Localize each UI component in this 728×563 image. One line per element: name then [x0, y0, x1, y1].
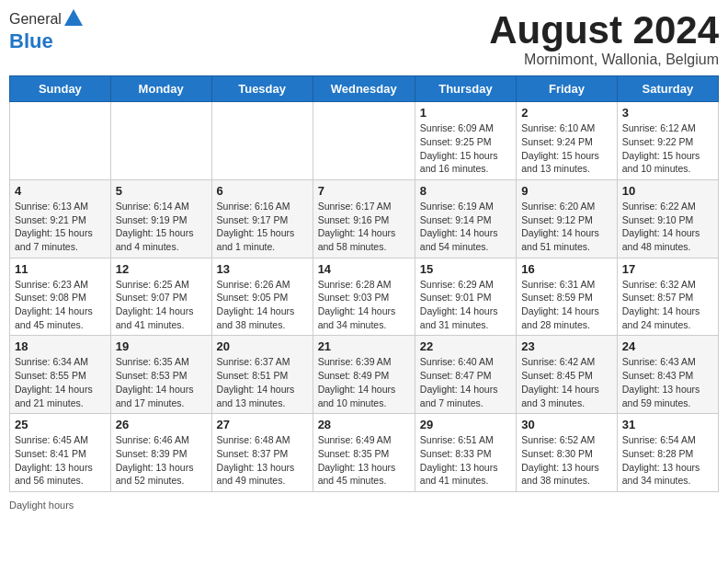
day-number: 15 — [420, 262, 511, 276]
day-number: 11 — [15, 262, 106, 276]
calendar-cell: 30Sunrise: 6:52 AMSunset: 8:30 PMDayligh… — [517, 414, 618, 492]
weekday-header-monday: Monday — [110, 76, 211, 102]
day-info: Sunrise: 6:29 AMSunset: 9:01 PMDaylight:… — [420, 278, 511, 332]
day-number: 3 — [622, 106, 713, 120]
day-number: 14 — [318, 262, 410, 276]
day-number: 2 — [521, 106, 612, 120]
daylight-label: Daylight hours — [9, 500, 74, 511]
day-info: Sunrise: 6:16 AMSunset: 9:17 PMDaylight:… — [217, 200, 308, 254]
day-number: 10 — [622, 184, 713, 198]
day-number: 26 — [116, 418, 207, 431]
calendar-cell: 17Sunrise: 6:32 AMSunset: 8:57 PMDayligh… — [617, 258, 718, 336]
logo: General Blue — [9, 9, 83, 53]
logo-blue-text: Blue — [9, 29, 53, 52]
calendar-cell: 5Sunrise: 6:14 AMSunset: 9:19 PMDaylight… — [110, 179, 211, 258]
day-number: 4 — [15, 184, 106, 198]
day-number: 13 — [217, 262, 308, 276]
calendar-cell: 10Sunrise: 6:22 AMSunset: 9:10 PMDayligh… — [617, 179, 718, 258]
day-info: Sunrise: 6:45 AMSunset: 8:41 PMDaylight:… — [15, 433, 106, 488]
calendar-cell: 1Sunrise: 6:09 AMSunset: 9:25 PMDaylight… — [415, 102, 516, 180]
calendar-cell: 11Sunrise: 6:23 AMSunset: 9:08 PMDayligh… — [10, 258, 111, 336]
location-subtitle: Mornimont, Wallonia, Belgium — [489, 52, 719, 68]
calendar-cell: 23Sunrise: 6:42 AMSunset: 8:45 PMDayligh… — [517, 336, 618, 414]
logo-general-text: General — [9, 11, 62, 28]
day-info: Sunrise: 6:49 AMSunset: 8:35 PMDaylight:… — [318, 433, 410, 488]
calendar-cell: 15Sunrise: 6:29 AMSunset: 9:01 PMDayligh… — [415, 258, 516, 336]
day-info: Sunrise: 6:52 AMSunset: 8:30 PMDaylight:… — [521, 433, 612, 488]
day-info: Sunrise: 6:23 AMSunset: 9:08 PMDaylight:… — [15, 278, 106, 332]
weekday-header-saturday: Saturday — [617, 76, 718, 102]
calendar-cell: 7Sunrise: 6:17 AMSunset: 9:16 PMDaylight… — [313, 179, 415, 258]
day-number: 19 — [116, 339, 207, 353]
day-number: 6 — [217, 184, 308, 198]
weekday-header-friday: Friday — [517, 76, 618, 102]
day-number: 12 — [116, 262, 207, 276]
day-number: 16 — [521, 262, 612, 276]
calendar-cell — [110, 102, 211, 180]
day-number: 17 — [622, 262, 713, 276]
calendar-cell: 22Sunrise: 6:40 AMSunset: 8:47 PMDayligh… — [415, 336, 516, 414]
calendar-cell: 9Sunrise: 6:20 AMSunset: 9:12 PMDaylight… — [517, 179, 618, 258]
day-number: 31 — [622, 418, 713, 431]
day-info: Sunrise: 6:17 AMSunset: 9:16 PMDaylight:… — [318, 200, 410, 254]
calendar-cell: 2Sunrise: 6:10 AMSunset: 9:24 PMDaylight… — [517, 102, 618, 180]
weekday-header-row: SundayMondayTuesdayWednesdayThursdayFrid… — [10, 76, 719, 102]
day-number: 21 — [318, 339, 410, 353]
day-number: 24 — [622, 339, 713, 353]
week-row-5: 25Sunrise: 6:45 AMSunset: 8:41 PMDayligh… — [10, 414, 719, 492]
day-info: Sunrise: 6:51 AMSunset: 8:33 PMDaylight:… — [420, 433, 511, 488]
day-number: 7 — [318, 184, 410, 198]
calendar-cell — [313, 102, 415, 180]
day-info: Sunrise: 6:10 AMSunset: 9:24 PMDaylight:… — [521, 121, 612, 176]
day-info: Sunrise: 6:14 AMSunset: 9:19 PMDaylight:… — [116, 200, 207, 254]
calendar-cell: 29Sunrise: 6:51 AMSunset: 8:33 PMDayligh… — [415, 414, 516, 492]
calendar-cell: 20Sunrise: 6:37 AMSunset: 8:51 PMDayligh… — [211, 336, 313, 414]
week-row-1: 1Sunrise: 6:09 AMSunset: 9:25 PMDaylight… — [10, 102, 719, 180]
day-info: Sunrise: 6:40 AMSunset: 8:47 PMDaylight:… — [420, 355, 511, 409]
day-info: Sunrise: 6:20 AMSunset: 9:12 PMDaylight:… — [521, 200, 612, 254]
calendar-cell: 26Sunrise: 6:46 AMSunset: 8:39 PMDayligh… — [110, 414, 211, 492]
calendar-cell: 13Sunrise: 6:26 AMSunset: 9:05 PMDayligh… — [211, 258, 313, 336]
weekday-header-thursday: Thursday — [415, 76, 516, 102]
day-number: 25 — [15, 418, 106, 431]
day-info: Sunrise: 6:13 AMSunset: 9:21 PMDaylight:… — [15, 200, 106, 254]
day-info: Sunrise: 6:28 AMSunset: 9:03 PMDaylight:… — [318, 278, 410, 332]
calendar-cell: 24Sunrise: 6:43 AMSunset: 8:43 PMDayligh… — [617, 336, 718, 414]
weekday-header-tuesday: Tuesday — [211, 76, 313, 102]
day-number: 27 — [217, 418, 308, 431]
day-number: 28 — [318, 418, 410, 431]
day-info: Sunrise: 6:43 AMSunset: 8:43 PMDaylight:… — [622, 355, 713, 409]
day-info: Sunrise: 6:25 AMSunset: 9:07 PMDaylight:… — [116, 278, 207, 332]
calendar-cell: 12Sunrise: 6:25 AMSunset: 9:07 PMDayligh… — [110, 258, 211, 336]
day-info: Sunrise: 6:34 AMSunset: 8:55 PMDaylight:… — [15, 355, 106, 409]
footer: Daylight hours — [9, 500, 719, 511]
day-info: Sunrise: 6:37 AMSunset: 8:51 PMDaylight:… — [217, 355, 308, 409]
day-info: Sunrise: 6:26 AMSunset: 9:05 PMDaylight:… — [217, 278, 308, 332]
day-number: 23 — [521, 339, 612, 353]
day-info: Sunrise: 6:19 AMSunset: 9:14 PMDaylight:… — [420, 200, 511, 254]
day-number: 1 — [420, 106, 511, 120]
calendar-cell: 19Sunrise: 6:35 AMSunset: 8:53 PMDayligh… — [110, 336, 211, 414]
day-number: 18 — [15, 339, 106, 353]
calendar-cell: 27Sunrise: 6:48 AMSunset: 8:37 PMDayligh… — [211, 414, 313, 492]
weekday-header-sunday: Sunday — [10, 76, 111, 102]
day-info: Sunrise: 6:31 AMSunset: 8:59 PMDaylight:… — [521, 278, 612, 332]
week-row-4: 18Sunrise: 6:34 AMSunset: 8:55 PMDayligh… — [10, 336, 719, 414]
calendar-cell: 6Sunrise: 6:16 AMSunset: 9:17 PMDaylight… — [211, 179, 313, 258]
calendar-cell: 3Sunrise: 6:12 AMSunset: 9:22 PMDaylight… — [617, 102, 718, 180]
calendar-cell: 21Sunrise: 6:39 AMSunset: 8:49 PMDayligh… — [313, 336, 415, 414]
day-info: Sunrise: 6:09 AMSunset: 9:25 PMDaylight:… — [420, 121, 511, 176]
calendar-cell: 25Sunrise: 6:45 AMSunset: 8:41 PMDayligh… — [10, 414, 111, 492]
day-info: Sunrise: 6:32 AMSunset: 8:57 PMDaylight:… — [622, 278, 713, 332]
calendar-cell: 31Sunrise: 6:54 AMSunset: 8:28 PMDayligh… — [617, 414, 718, 492]
day-number: 5 — [116, 184, 207, 198]
svg-marker-0 — [64, 9, 83, 26]
day-info: Sunrise: 6:22 AMSunset: 9:10 PMDaylight:… — [622, 200, 713, 254]
logo-triangle-icon — [64, 9, 83, 29]
month-title: August 2024 — [489, 9, 719, 52]
calendar-cell: 14Sunrise: 6:28 AMSunset: 9:03 PMDayligh… — [313, 258, 415, 336]
calendar-cell: 18Sunrise: 6:34 AMSunset: 8:55 PMDayligh… — [10, 336, 111, 414]
day-info: Sunrise: 6:35 AMSunset: 8:53 PMDaylight:… — [116, 355, 207, 409]
week-row-3: 11Sunrise: 6:23 AMSunset: 9:08 PMDayligh… — [10, 258, 719, 336]
header: General Blue August 2024 Mornimont, Wall… — [9, 9, 719, 68]
